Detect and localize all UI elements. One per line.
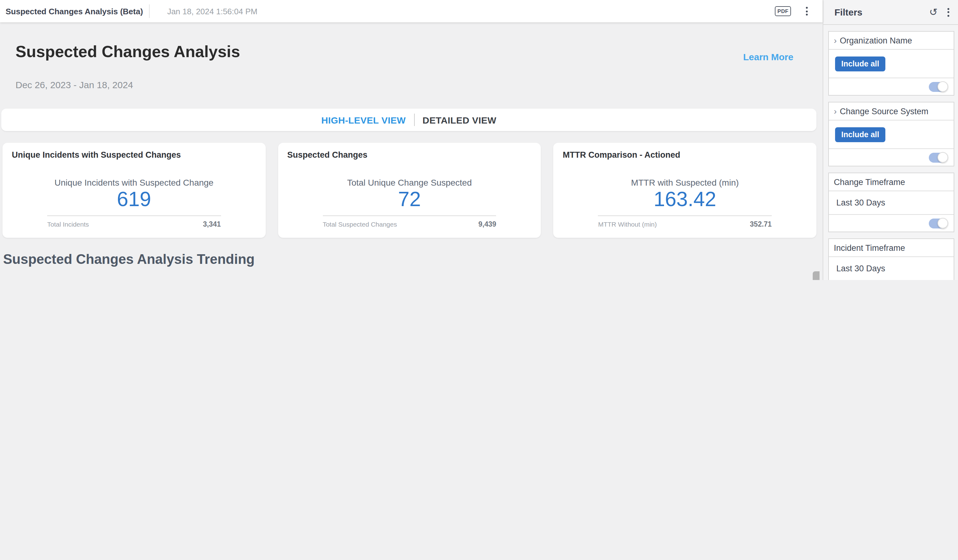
include-all-button[interactable]: Include all [835, 127, 885, 142]
filters-header: Filters ↺ [823, 0, 958, 25]
kpi-footer-label: Total Suspected Changes [322, 220, 397, 228]
filter-value[interactable]: Last 30 Days [829, 256, 954, 280]
filter-value[interactable]: Last 30 Days [829, 190, 954, 214]
kpi-metric-label: MTTR with Suspected (min) [598, 178, 772, 187]
filter-group-header[interactable]: Incident Timeframe [829, 239, 954, 256]
reset-filters-icon[interactable]: ↺ [929, 7, 937, 17]
kpi-card: Unique Incidents with Suspected ChangesU… [3, 143, 265, 238]
tab-high-level-view[interactable]: HIGH-LEVEL VIEW [321, 114, 406, 125]
include-all-button[interactable]: Include all [835, 56, 885, 71]
top-bar: Suspected Changes Analysis (Beta) Jan 18… [0, 0, 823, 22]
kpi-card-title: Unique Incidents with Suspected Changes [12, 150, 181, 160]
filter-group-organization-name: ›Organization NameInclude all [828, 31, 954, 95]
kpi-footer-value: 352.71 [750, 220, 772, 228]
filter-group-change-source-system: ›Change Source SystemInclude all [828, 102, 954, 167]
filter-group-change-timeframe: Change TimeframeLast 30 Days [828, 173, 954, 232]
app-title: Suspected Changes Analysis (Beta) [0, 6, 143, 16]
filter-toggle[interactable] [929, 152, 947, 162]
kpi-card-title: MTTR Comparison - Actioned [563, 150, 680, 160]
filter-group-label: Incident Timeframe [834, 243, 905, 252]
more-options-icon[interactable] [805, 6, 809, 17]
kpi-metric: Total Unique Change Suspected72Total Sus… [322, 178, 496, 228]
filter-toggle[interactable] [929, 82, 947, 92]
tab-separator [414, 114, 414, 126]
filter-group-label: Change Timeframe [834, 177, 905, 187]
topbar-divider [149, 4, 150, 18]
kpi-card: MTTR Comparison - ActionedMTTR with Susp… [554, 143, 817, 238]
filter-group-incident-timeframe: Incident TimeframeLast 30 Days [828, 238, 954, 280]
filters-panel: Filters ↺ ›Organization NameInclude all›… [823, 0, 958, 280]
panel-collapse-handle[interactable]: › [813, 271, 820, 280]
kpi-cards-row: Unique Incidents with Suspected ChangesU… [3, 143, 817, 238]
kpi-metric: Unique Incidents with Suspected Change61… [47, 178, 221, 228]
tab-detailed-view[interactable]: DETAILED VIEW [422, 114, 496, 125]
export-pdf-icon[interactable]: PDF [775, 6, 791, 16]
view-tabbar: HIGH-LEVEL VIEW DETAILED VIEW [1, 109, 817, 131]
filter-toggle[interactable] [929, 218, 947, 228]
kpi-card-title: Suspected Changes [287, 150, 367, 160]
chevron-right-icon[interactable]: › [834, 36, 837, 45]
kpi-divider [322, 215, 496, 216]
filter-groups: ›Organization NameInclude all›Change Sou… [828, 31, 954, 280]
filter-group-header[interactable]: ›Organization Name [829, 32, 954, 49]
kpi-metric-value: 163.42 [598, 189, 772, 210]
filter-toggle-row [829, 214, 954, 232]
kpi-divider [47, 215, 221, 216]
filters-title: Filters [834, 7, 862, 17]
trending-heading: Suspected Changes Analysis Trending [3, 251, 255, 268]
filters-more-options-icon[interactable] [946, 6, 950, 18]
kpi-metric: MTTR with Suspected (min)163.42MTTR With… [598, 178, 772, 228]
filter-group-header[interactable]: Change Timeframe [829, 173, 954, 190]
learn-more-link[interactable]: Learn More [743, 52, 793, 62]
filter-group-label: Change Source System [840, 106, 928, 116]
dashboard-root: Suspected Changes Analysis (Beta) Jan 18… [0, 0, 958, 280]
kpi-metric-label: Unique Incidents with Suspected Change [47, 178, 221, 187]
kpi-metric-value: 619 [47, 189, 221, 210]
kpi-footer-value: 3,341 [203, 220, 221, 228]
report-timestamp: Jan 18, 2024 1:56:04 PM [167, 6, 258, 16]
filter-group-label: Organization Name [840, 36, 912, 45]
kpi-divider [598, 215, 772, 216]
filter-toggle-row [829, 78, 954, 95]
kpi-footer-label: Total Incidents [47, 220, 89, 228]
kpi-footer-label: MTTR Without (min) [598, 220, 657, 228]
date-range: Dec 26, 2023 - Jan 18, 2024 [16, 79, 133, 90]
page-title: Suspected Changes Analysis [16, 42, 240, 62]
filter-group-header[interactable]: ›Change Source System [829, 102, 954, 120]
kpi-card: Suspected ChangesTotal Unique Change Sus… [278, 143, 541, 238]
kpi-metric-label: Total Unique Change Suspected [322, 178, 496, 187]
filter-toggle-row [829, 148, 954, 166]
kpi-metric-value: 72 [322, 189, 496, 210]
kpi-footer-value: 9,439 [478, 220, 496, 228]
chevron-right-icon[interactable]: › [834, 107, 837, 116]
